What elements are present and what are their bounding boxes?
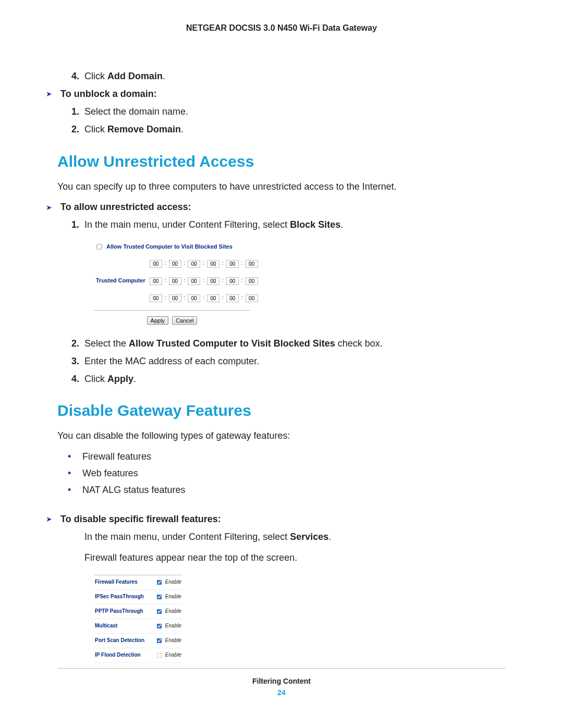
enable-label: Enable [165, 579, 181, 585]
instruction-text: Firewall features appear near the top of… [84, 551, 506, 565]
chevron-right-icon: ➤ [46, 89, 55, 100]
enable-label: Enable [165, 652, 181, 658]
mac-octet-input[interactable] [188, 294, 200, 302]
enable-label: Enable [165, 594, 181, 599]
firewall-feature-label: Firewall Features [95, 579, 138, 585]
enable-checkbox[interactable] [156, 594, 162, 599]
firewall-feature-row: IP Flood DetectionEnable [94, 648, 182, 663]
mac-row-3: : : : : : [95, 290, 259, 305]
mac-octet-input[interactable] [188, 277, 200, 285]
divider [94, 310, 250, 311]
mac-octet-input[interactable] [226, 294, 239, 302]
mac-octet-input[interactable] [169, 260, 181, 268]
procedure-unblock-domain: ➤ To unblock a domain: [46, 87, 506, 102]
enable-checkbox[interactable] [156, 652, 162, 658]
bullet-firewall: •Firewall features [68, 450, 506, 464]
step-1-block-sites: 1. In the main menu, under Content Filte… [68, 218, 506, 232]
mac-octet-input[interactable] [188, 260, 200, 268]
mac-octet-input[interactable] [207, 294, 219, 302]
enable-label: Enable [165, 609, 181, 614]
step-number: 2. [68, 122, 79, 137]
trusted-panel-title: Allow Trusted Computer to Visit Blocked … [106, 242, 232, 251]
enable-checkbox[interactable] [156, 579, 162, 585]
enable-checkbox[interactable] [156, 638, 162, 643]
mac-octet-input[interactable] [169, 277, 181, 285]
mac-octet-input[interactable] [150, 277, 162, 285]
step-1-select-domain: 1. Select the domain name. [68, 105, 506, 119]
step-number: 4. [68, 69, 79, 84]
mac-octet-input[interactable] [246, 294, 258, 302]
bullet-icon: • [68, 450, 77, 464]
firewall-feature-row: IPSec PassThroughEnable [94, 590, 182, 604]
step-4-click-apply: 4. Click Apply. [68, 372, 506, 387]
instruction-text: In the main menu, under Content Filterin… [84, 530, 506, 545]
apply-button[interactable]: Apply [147, 316, 169, 325]
trusted-computer-label: Trusted Computer [95, 273, 148, 288]
mac-octet-input[interactable] [226, 277, 239, 285]
firewall-feature-label: Multicast [95, 623, 117, 628]
mac-octet-input[interactable] [246, 277, 258, 285]
step-number: 4. [68, 372, 79, 387]
chevron-right-icon: ➤ [46, 202, 55, 214]
firewall-feature-row: Firewall FeaturesEnable [94, 575, 182, 590]
bullet-web: •Web features [68, 466, 506, 481]
paragraph: You can specify up to three computers to… [57, 180, 506, 194]
trusted-computer-panel: Allow Trusted Computer to Visit Blocked … [94, 242, 250, 327]
bullet-icon: • [68, 483, 77, 498]
heading-disable-gateway-features: Disable Gateway Features [57, 402, 506, 419]
bullet-nat-alg: •NAT ALG status features [68, 483, 506, 498]
step-2-remove-domain: 2. Click Remove Domain. [68, 122, 506, 137]
divider [57, 668, 506, 669]
firewall-feature-label: IP Flood Detection [95, 652, 141, 658]
firewall-feature-label: Port Scan Detection [95, 638, 144, 643]
footer-chapter: Filtering Content [57, 677, 506, 685]
firewall-features-panel: Firewall FeaturesEnableIPSec PassThrough… [94, 575, 182, 663]
firewall-feature-row: PPTP PassThroughEnable [94, 604, 182, 619]
mac-row-2: Trusted Computer : : : : : [95, 273, 259, 288]
firewall-feature-row: Port Scan DetectionEnable [94, 634, 182, 648]
chevron-right-icon: ➤ [46, 514, 55, 525]
mac-octet-input[interactable] [226, 260, 239, 268]
procedure-disable-firewall: ➤ To disable specific firewall features: [46, 512, 506, 527]
firewall-feature-label: IPSec PassThrough [95, 594, 144, 599]
firewall-feature-label: PPTP PassThrough [95, 609, 143, 614]
allow-trusted-checkbox[interactable] [96, 244, 102, 250]
mac-octet-input[interactable] [246, 260, 258, 268]
cancel-button[interactable]: Cancel [172, 316, 197, 325]
enable-checkbox[interactable] [156, 623, 162, 628]
heading-allow-unrestricted-access: Allow Unrestricted Access [57, 153, 506, 170]
document-header: NETGEAR DOCSIS 3.0 N450 Wi-Fi Data Gatew… [57, 23, 506, 33]
page-number: 24 [57, 688, 506, 697]
enable-label: Enable [165, 623, 181, 628]
mac-octet-input[interactable] [207, 260, 219, 268]
step-number: 1. [68, 218, 79, 232]
step-number: 2. [68, 337, 79, 351]
mac-octet-input[interactable] [150, 294, 162, 302]
mac-octet-input[interactable] [150, 260, 162, 268]
bullet-icon: • [68, 466, 77, 481]
step-4-add-domain: 4. Click Add Domain. [68, 69, 506, 84]
firewall-feature-row: MulticastEnable [94, 619, 182, 634]
mac-octet-input[interactable] [207, 277, 219, 285]
step-number: 3. [68, 354, 79, 369]
paragraph: You can disable the following types of g… [57, 429, 506, 443]
mac-octet-input[interactable] [169, 294, 181, 302]
step-3-enter-mac: 3. Enter the MAC address of each compute… [68, 354, 506, 369]
step-number: 1. [68, 105, 79, 119]
enable-checkbox[interactable] [156, 609, 162, 614]
step-2-select-checkbox: 2. Select the Allow Trusted Computer to … [68, 337, 506, 351]
enable-label: Enable [165, 638, 181, 643]
procedure-allow-unrestricted: ➤ To allow unrestricted access: [46, 200, 506, 215]
mac-row-1: : : : : : [95, 255, 259, 271]
